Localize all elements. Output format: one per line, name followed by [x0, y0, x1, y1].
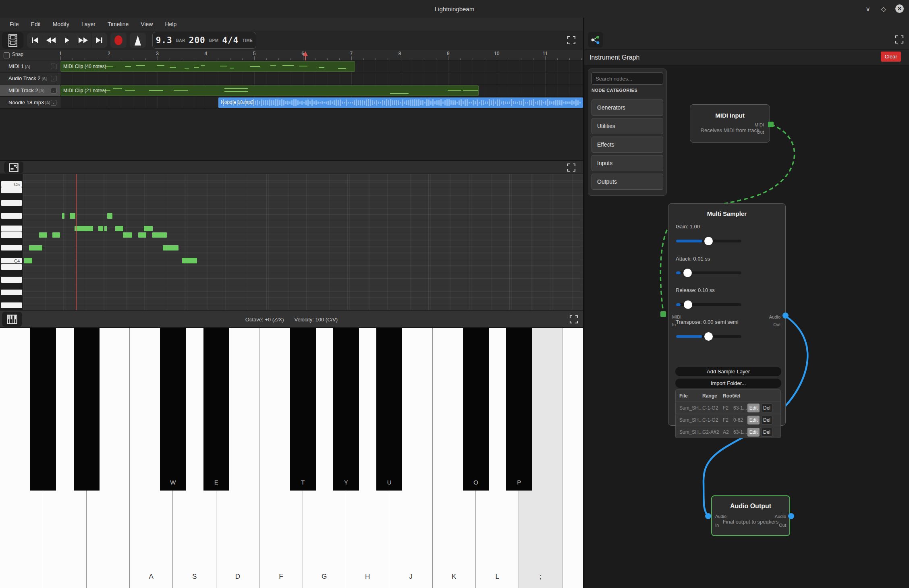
midi-note[interactable]	[104, 226, 107, 232]
black-key-U[interactable]: U	[376, 328, 402, 491]
keyboard-popout-button[interactable]	[2, 312, 22, 327]
track-checkbox[interactable]: -	[51, 88, 56, 93]
sample-edit-button[interactable]: Edit	[747, 416, 760, 424]
midi-clip[interactable]: MIDI Clip (21 notes)	[60, 85, 479, 96]
node-multi-sampler[interactable]: Multi Sampler Gain: 1.00Attack: 0.01 ssR…	[668, 203, 786, 426]
slider-knob[interactable]	[704, 237, 713, 245]
node-audio-output[interactable]: Audio Output Final output to speakers Au…	[711, 495, 790, 536]
pianoroll-key-F4[interactable]	[1, 226, 22, 231]
menu-item-edit[interactable]: Edit	[26, 19, 46, 29]
category-inputs[interactable]: Inputs	[591, 155, 663, 171]
search-nodes-input[interactable]: Search nodes...	[591, 72, 663, 85]
midi-note[interactable]	[62, 213, 64, 219]
category-generators[interactable]: Generators	[591, 99, 663, 116]
pianoroll-key-D4[interactable]	[1, 245, 22, 251]
black-key-P[interactable]: P	[506, 328, 532, 491]
metronome-button[interactable]	[130, 33, 146, 48]
piano-roll[interactable]: C5C4	[0, 174, 583, 310]
black-key-E[interactable]: E	[203, 328, 229, 491]
slider-track-1[interactable]	[676, 271, 741, 274]
pianoroll-playhead[interactable]	[76, 174, 77, 310]
pianoroll-fullscreen-icon[interactable]	[567, 163, 576, 172]
timeline-ruler[interactable]: Snap 1234567891011	[0, 50, 583, 60]
pianoroll-key-C5[interactable]: C5	[1, 181, 22, 187]
midi-note[interactable]	[182, 258, 197, 263]
category-effects[interactable]: Effects	[591, 137, 663, 153]
category-outputs[interactable]: Outputs	[591, 174, 663, 190]
pianoroll-key-B4[interactable]	[1, 187, 22, 193]
midi-note[interactable]	[70, 213, 75, 219]
maximize-icon[interactable]: ◇	[878, 4, 889, 14]
import-folder-button[interactable]: Import Folder...	[675, 379, 781, 388]
sample-edit-button[interactable]: Edit	[747, 428, 760, 437]
midi-note[interactable]	[52, 232, 60, 238]
pianoroll-key-A4[interactable]	[1, 200, 22, 206]
black-key-pos1[interactable]	[30, 328, 56, 491]
clear-graph-button[interactable]: Clear	[881, 52, 901, 62]
sampler-midi-in-port[interactable]	[660, 311, 666, 317]
midi-clip[interactable]: MIDI Clip (40 notes)	[60, 61, 355, 72]
menu-item-layer[interactable]: Layer	[77, 19, 100, 29]
track-area-empty[interactable]	[0, 109, 583, 160]
category-utilities[interactable]: Utilities	[591, 118, 663, 134]
slider-knob[interactable]	[683, 269, 692, 277]
pianoroll-key-G4[interactable]	[1, 213, 22, 219]
film-button[interactable]	[2, 32, 23, 49]
midi-note[interactable]	[123, 232, 132, 238]
pianoroll-key-G3[interactable]	[1, 290, 22, 295]
track-checkbox[interactable]: -	[51, 64, 56, 69]
midi-note[interactable]	[107, 213, 112, 219]
midi-note[interactable]	[39, 232, 47, 238]
slider-track-2[interactable]	[676, 303, 741, 306]
black-key-Y[interactable]: Y	[333, 328, 359, 491]
midi-input-out-port[interactable]	[768, 122, 774, 127]
audio-clip[interactable]: Noodle 18.mp3	[218, 97, 583, 108]
menu-item-timeline[interactable]: Timeline	[103, 19, 133, 29]
fast-forward-button[interactable]	[75, 33, 91, 48]
pianoroll-key-F3[interactable]	[1, 302, 22, 308]
black-key-W[interactable]: W	[160, 328, 186, 491]
pianoroll-grid[interactable]	[23, 174, 583, 310]
track-lane[interactable]: Noodle 18.mp3	[60, 97, 583, 108]
menu-item-file[interactable]: File	[5, 19, 24, 29]
pianoroll-key-C4[interactable]: C4	[1, 258, 22, 263]
track-lane[interactable]: MIDI Clip (40 notes)	[60, 60, 583, 72]
menu-item-view[interactable]: View	[136, 19, 158, 29]
audio-output-out-port[interactable]	[788, 513, 794, 519]
sample-edit-button[interactable]: Edit	[747, 404, 760, 412]
midi-note[interactable]	[138, 232, 146, 238]
track-checkbox[interactable]: -	[51, 76, 56, 81]
midi-note[interactable]	[75, 226, 93, 232]
midi-note[interactable]	[163, 245, 178, 251]
timeline-fullscreen-icon[interactable]	[567, 35, 576, 45]
black-key-pos2[interactable]	[74, 328, 100, 491]
slider-track-0[interactable]	[676, 240, 741, 242]
slider-knob[interactable]	[704, 332, 713, 341]
node-midi-input[interactable]: MIDI Input Receives MIDI from track MIDI…	[690, 104, 770, 143]
track-lane[interactable]	[60, 72, 583, 84]
minimize-icon[interactable]: ∨	[863, 4, 873, 14]
menu-item-modify[interactable]: Modify	[48, 19, 74, 29]
pianoroll-popout-button[interactable]	[4, 161, 23, 173]
white-key-idx13[interactable]	[562, 328, 583, 588]
black-key-T[interactable]: T	[290, 328, 316, 491]
midi-note[interactable]	[29, 245, 42, 251]
slider-track-3[interactable]	[676, 335, 741, 338]
audio-output-in-port[interactable]	[705, 513, 711, 519]
sample-del-button[interactable]: Del	[761, 416, 772, 424]
snap-checkbox[interactable]	[4, 52, 10, 58]
sampler-audio-out-port[interactable]	[782, 313, 789, 319]
rewind-button[interactable]	[43, 33, 59, 48]
black-key-O[interactable]: O	[463, 328, 489, 491]
keyboard-fullscreen-icon[interactable]	[569, 315, 579, 324]
graph-view-button[interactable]	[588, 32, 603, 48]
pianoroll-key-E4[interactable]	[1, 232, 22, 238]
skip-end-button[interactable]	[91, 33, 107, 48]
track-checkbox[interactable]: -	[51, 100, 56, 106]
midi-note[interactable]	[98, 226, 103, 232]
menu-item-help[interactable]: Help	[160, 19, 181, 29]
sample-del-button[interactable]: Del	[761, 428, 772, 437]
track-lane[interactable]: MIDI Clip (21 notes)	[60, 85, 583, 96]
sample-del-button[interactable]: Del	[761, 404, 772, 412]
midi-note[interactable]	[152, 232, 167, 238]
